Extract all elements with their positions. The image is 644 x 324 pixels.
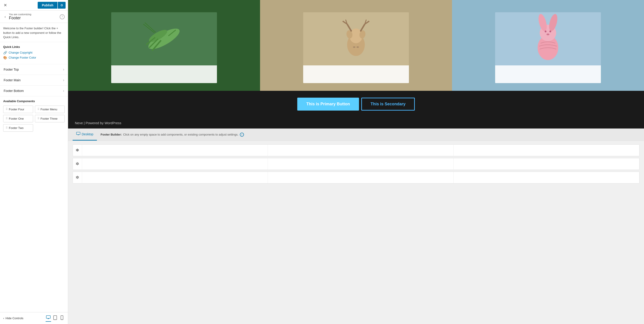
paint-icon: 🎨 (3, 56, 7, 60)
footer-four-chip[interactable]: ⠿ Footer Four (3, 106, 33, 113)
svg-point-26 (357, 46, 359, 48)
svg-rect-34 (76, 132, 80, 135)
back-button[interactable]: ‹ (3, 14, 7, 19)
footer-bottom-label: Footer Bottom (4, 89, 24, 93)
builder-row-1[interactable] (72, 144, 640, 156)
builder-row-2[interactable] (72, 158, 640, 170)
footer-main-label: Footer Main (4, 78, 21, 82)
footer-main-item[interactable]: Footer Main › (0, 75, 68, 86)
builder-row-3[interactable] (72, 172, 640, 183)
svg-point-4 (55, 319, 55, 319)
desktop-tab[interactable]: Desktop (72, 129, 97, 141)
footer-top-item[interactable]: Footer Top › (0, 64, 68, 75)
row-1-cell-1[interactable] (82, 145, 268, 156)
components-grid: ⠿ Footer Four ⠿ Footer Menu ⠿ Footer One… (3, 106, 65, 132)
primary-button-preview[interactable]: This is Primary Button (297, 98, 359, 111)
help-button[interactable]: ? (60, 14, 65, 19)
change-footer-color-link[interactable]: 🎨 Change Footer Color (3, 56, 65, 60)
svg-point-6 (62, 319, 62, 319)
publish-area: Publish ⚙ (38, 2, 66, 9)
drag-icon: ⠿ (6, 126, 8, 129)
row-1-cell-3[interactable] (454, 145, 639, 156)
row-2-gear[interactable] (73, 158, 82, 170)
images-row (68, 0, 644, 91)
row-1-cell-2[interactable] (268, 145, 454, 156)
row-3-cell-1[interactable] (82, 172, 268, 183)
footer-three-chip[interactable]: ⠿ Footer Three (35, 115, 65, 122)
builder-rows (68, 141, 644, 187)
buttons-row: This is Primary Button This is Secondary (68, 91, 644, 117)
copyright-icon: 🔗 (3, 51, 7, 55)
publish-button[interactable]: Publish (38, 2, 58, 9)
publish-settings-button[interactable]: ⚙ (58, 2, 66, 9)
top-bar: ✕ Publish ⚙ (0, 0, 68, 11)
row-3-gear[interactable] (73, 172, 82, 183)
builder-hint-prefix: Footer Builder: (100, 133, 122, 136)
image-cell-2 (260, 0, 452, 91)
svg-rect-0 (46, 315, 50, 318)
secondary-button-preview[interactable]: This is Secondary (361, 98, 415, 111)
footer-credits: Neve | Powered by WordPress (68, 117, 644, 129)
panel-title: Footer (9, 16, 31, 21)
view-icons (46, 315, 65, 322)
drag-icon: ⠿ (6, 117, 8, 120)
footer-top-label: Footer Top (4, 68, 19, 71)
change-footer-color-label: Change Footer Color (8, 56, 36, 59)
change-copyright-link[interactable]: 🔗 Change Copyright (3, 51, 65, 55)
footer-menu-label: Footer Menu (40, 108, 58, 111)
customizing-label: You are customizing (9, 13, 31, 16)
row-3-cell-3[interactable] (454, 172, 639, 183)
quick-links-section: Quick Links 🔗 Change Copyright 🎨 Change … (0, 42, 68, 64)
welcome-text: Welcome to the Footer builder! Click the… (0, 23, 68, 42)
footer-bottom-item[interactable]: Footer Bottom › (0, 86, 68, 96)
available-components-section: Available Components ⠿ Footer Four ⠿ Foo… (0, 96, 68, 312)
panel-footer-bar: ‹ Hide Controls (0, 312, 68, 324)
builder-tabs: Desktop Footer Builder: Click on any emp… (68, 129, 644, 141)
close-button[interactable]: ✕ (2, 2, 8, 8)
quick-links-title: Quick Links (3, 45, 65, 49)
row-1-cells (82, 145, 639, 156)
footer-one-label: Footer One (9, 117, 24, 120)
desktop-tab-label: Desktop (82, 132, 93, 136)
row-2-cell-3[interactable] (454, 158, 639, 170)
drag-icon: ⠿ (6, 108, 8, 111)
footer-four-label: Footer Four (9, 108, 24, 111)
image-cell-3 (452, 0, 644, 91)
builder-hint: Footer Builder: Click on any empty space… (97, 133, 247, 137)
builder-hint-text: Click on any empty space to add componen… (123, 133, 238, 136)
drag-icon: ⠿ (38, 108, 39, 111)
info-icon: i (240, 133, 244, 137)
mobile-view-button[interactable] (59, 315, 65, 322)
row-2-cell-2[interactable] (268, 158, 454, 170)
image-cell-1 (68, 0, 260, 91)
tablet-view-button[interactable] (52, 315, 58, 322)
chevron-right-icon: › (63, 78, 64, 82)
available-components-title: Available Components (3, 99, 65, 103)
row-2-cells (82, 158, 639, 170)
desktop-view-button[interactable] (46, 315, 51, 322)
desktop-tab-icon (76, 132, 80, 137)
svg-point-25 (353, 46, 355, 48)
footer-two-label: Footer Two (9, 126, 24, 130)
row-3-cells (82, 172, 639, 183)
footer-menu-chip[interactable]: ⠿ Footer Menu (35, 106, 65, 113)
row-3-cell-2[interactable] (268, 172, 454, 183)
hide-controls-label: Hide Controls (6, 316, 23, 320)
change-copyright-label: Change Copyright (8, 51, 32, 54)
row-2-cell-1[interactable] (82, 158, 268, 170)
row-1-gear[interactable] (73, 145, 82, 156)
svg-point-31 (545, 31, 547, 33)
footer-two-chip[interactable]: ⠿ Footer Two (3, 124, 33, 132)
panel-header-left: ‹ You are customizing Footer (3, 13, 31, 21)
svg-line-14 (145, 23, 156, 33)
chevron-left-icon: ‹ (3, 316, 4, 320)
chevron-right-icon: › (63, 68, 64, 72)
svg-point-33 (546, 34, 549, 36)
svg-line-13 (144, 24, 154, 33)
hide-controls-button[interactable]: ‹ Hide Controls (3, 316, 23, 320)
left-panel: ✕ Publish ⚙ ‹ You are customizing Footer… (0, 0, 68, 324)
footer-one-chip[interactable]: ⠿ Footer One (3, 115, 33, 122)
panel-header: ‹ You are customizing Footer ? (0, 11, 68, 23)
drag-icon: ⠿ (38, 117, 39, 120)
footer-three-label: Footer Three (40, 117, 58, 120)
